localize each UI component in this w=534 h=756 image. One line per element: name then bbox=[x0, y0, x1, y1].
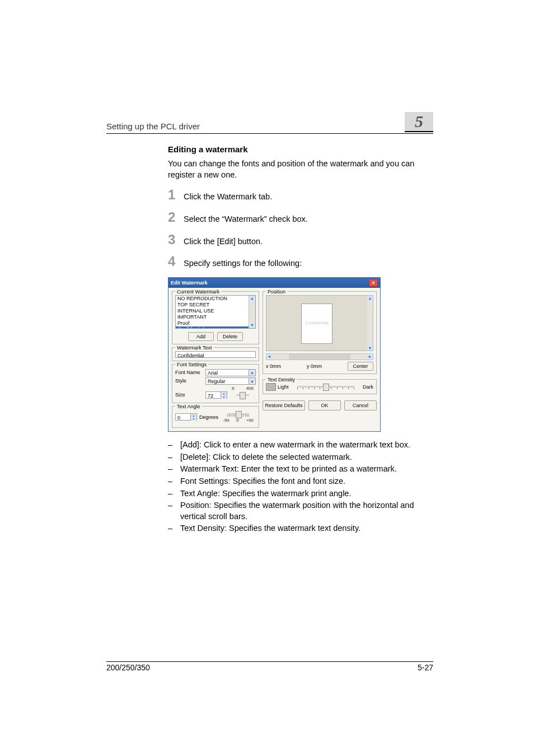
step-number: 4 bbox=[168, 255, 184, 268]
x-value: 0mm bbox=[270, 363, 281, 369]
current-watermark-group: Current Watermark NO REPRODUCTION TOP SE… bbox=[172, 291, 259, 344]
font-settings-group: Font Settings Font Name Arial ▼ bbox=[172, 364, 259, 403]
angle-max-label: +90 bbox=[246, 418, 254, 424]
scrollbar-thumb[interactable] bbox=[289, 354, 350, 360]
cancel-button[interactable]: Cancel bbox=[344, 400, 377, 410]
y-value: 0mm bbox=[311, 363, 322, 369]
font-style-value: Regular bbox=[208, 379, 226, 384]
bullet-text: Watermark Text: Enter the text to be pri… bbox=[180, 464, 397, 475]
chevron-left-icon[interactable]: ◄ bbox=[266, 354, 272, 360]
x-label: x bbox=[266, 363, 269, 369]
density-light-label: Light bbox=[278, 384, 289, 390]
bullet-text: Position: Specifies the watermark positi… bbox=[180, 500, 433, 522]
chevron-down-icon[interactable]: ▼ bbox=[367, 346, 373, 351]
chevron-down-icon[interactable]: ▼ bbox=[221, 395, 227, 399]
running-head: Setting up the PCL driver bbox=[106, 122, 200, 131]
y-label: y bbox=[307, 363, 310, 369]
delete-button[interactable]: Delete bbox=[217, 332, 243, 341]
dash-icon: – bbox=[168, 500, 180, 522]
group-label: Position bbox=[266, 288, 287, 295]
watermark-text-input[interactable]: Confidential bbox=[175, 351, 256, 358]
vertical-scrollbar[interactable]: ▲ ▼ bbox=[249, 296, 255, 328]
watermark-text-group: Watermark Text Confidential bbox=[172, 347, 259, 361]
dash-icon: – bbox=[168, 464, 180, 475]
bullet-text: Text Angle: Specifies the watermark prin… bbox=[180, 488, 351, 500]
dialog-title: Edit Watermark bbox=[171, 279, 208, 286]
density-swatch bbox=[266, 383, 276, 391]
size-min-label: 8 bbox=[232, 386, 234, 392]
section-heading: Editing a watermark bbox=[168, 144, 433, 155]
list-item[interactable]: Proof bbox=[176, 320, 255, 326]
bullet-text: [Delete]: Click to delete the selected w… bbox=[180, 452, 352, 463]
text-angle-group: Text Angle 0 ▲ ▼ Degrees bbox=[172, 406, 259, 428]
group-label: Font Settings bbox=[175, 361, 208, 368]
font-size-stepper[interactable]: 72 ▲ ▼ bbox=[205, 391, 227, 399]
group-label: Text Angle bbox=[175, 403, 202, 410]
dash-icon: – bbox=[168, 488, 180, 500]
step-text: Select the “Watermark” check box. bbox=[184, 214, 433, 225]
step-text: Specify settings for the following: bbox=[184, 258, 433, 269]
step-number: 2 bbox=[168, 211, 184, 224]
list-item[interactable]: INTERNAL USE bbox=[176, 308, 255, 314]
font-style-select[interactable]: Regular ▼ bbox=[205, 377, 256, 385]
chevron-down-icon[interactable]: ▼ bbox=[249, 378, 255, 384]
chapter-number-badge: 5 bbox=[405, 112, 433, 132]
density-dark-label: Dark bbox=[363, 384, 373, 390]
text-density-group: Text Density Light bbox=[263, 379, 377, 394]
step-number: 1 bbox=[168, 188, 184, 202]
dash-icon: – bbox=[168, 476, 180, 487]
chevron-right-icon[interactable]: ► bbox=[367, 354, 373, 360]
vertical-scrollbar[interactable]: ▲ ▼ bbox=[367, 296, 373, 351]
chevron-down-icon[interactable]: ▼ bbox=[249, 323, 255, 328]
dash-icon: – bbox=[168, 440, 180, 451]
header-rule bbox=[106, 133, 433, 134]
list-item[interactable]: IMPORTANT bbox=[176, 314, 255, 320]
restore-defaults-button[interactable]: Restore Defaults bbox=[263, 400, 305, 410]
font-name-select[interactable]: Arial ▼ bbox=[205, 369, 256, 376]
font-style-label: Style bbox=[175, 377, 203, 384]
step-text: Click the [Edit] button. bbox=[184, 236, 433, 248]
size-max-label: 408 bbox=[246, 386, 254, 392]
chevron-up-icon[interactable]: ▲ bbox=[367, 296, 373, 301]
preview-watermark-text: Confidential bbox=[305, 320, 329, 326]
bullet-text: Font Settings: Specifies the font and fo… bbox=[180, 476, 345, 487]
list-item[interactable]: NO REPRODUCTION bbox=[176, 296, 255, 302]
intro-paragraph: You can change the fonts and position of… bbox=[168, 158, 433, 180]
group-label: Text Density bbox=[266, 376, 297, 383]
chevron-up-icon[interactable]: ▲ bbox=[249, 296, 255, 301]
add-button[interactable]: Add bbox=[188, 332, 214, 341]
density-slider[interactable] bbox=[293, 384, 359, 390]
text-angle-input[interactable]: 0 bbox=[175, 413, 191, 421]
edit-watermark-dialog: Edit Watermark × Current Watermark NO RE… bbox=[168, 277, 381, 432]
horizontal-scrollbar[interactable]: ◄ ► bbox=[266, 353, 373, 360]
angle-min-label: -90 bbox=[223, 418, 229, 424]
font-name-value: Arial bbox=[208, 370, 218, 376]
dash-icon: – bbox=[168, 452, 180, 463]
close-icon[interactable]: × bbox=[369, 279, 378, 287]
degrees-label: Degrees bbox=[199, 414, 218, 421]
dash-icon: – bbox=[168, 523, 180, 534]
ok-button[interactable]: OK bbox=[308, 400, 341, 410]
list-item[interactable]: Confidential bbox=[176, 326, 255, 329]
footer-model: 200/250/350 bbox=[106, 663, 150, 672]
step-text: Click the Watermark tab. bbox=[184, 192, 433, 203]
preview-page: Confidential bbox=[301, 304, 332, 344]
position-preview: Confidential ▲ ▼ bbox=[266, 295, 373, 351]
chevron-down-icon[interactable]: ▼ bbox=[249, 370, 255, 376]
font-size-slider[interactable] bbox=[232, 392, 254, 399]
group-label: Watermark Text bbox=[175, 344, 214, 351]
list-item[interactable]: TOP SECRET bbox=[176, 302, 255, 308]
angle-mid-label: 0 bbox=[236, 418, 238, 424]
font-name-label: Font Name bbox=[175, 369, 203, 376]
text-angle-slider[interactable] bbox=[223, 411, 254, 418]
font-size-input[interactable]: 72 bbox=[205, 391, 221, 399]
chevron-down-icon[interactable]: ▼ bbox=[191, 417, 196, 421]
position-group: Position Confidential ▲ ▼ bbox=[263, 291, 377, 374]
center-button[interactable]: Center bbox=[348, 362, 373, 371]
group-label: Current Watermark bbox=[175, 288, 221, 295]
text-angle-stepper[interactable]: 0 ▲ ▼ bbox=[175, 413, 197, 421]
step-number: 3 bbox=[168, 233, 184, 246]
font-size-label: Size bbox=[175, 391, 203, 398]
bullet-text: Text Density: Specifies the watermark te… bbox=[180, 523, 360, 534]
watermark-listbox[interactable]: NO REPRODUCTION TOP SECRET INTERNAL USE … bbox=[175, 295, 256, 329]
